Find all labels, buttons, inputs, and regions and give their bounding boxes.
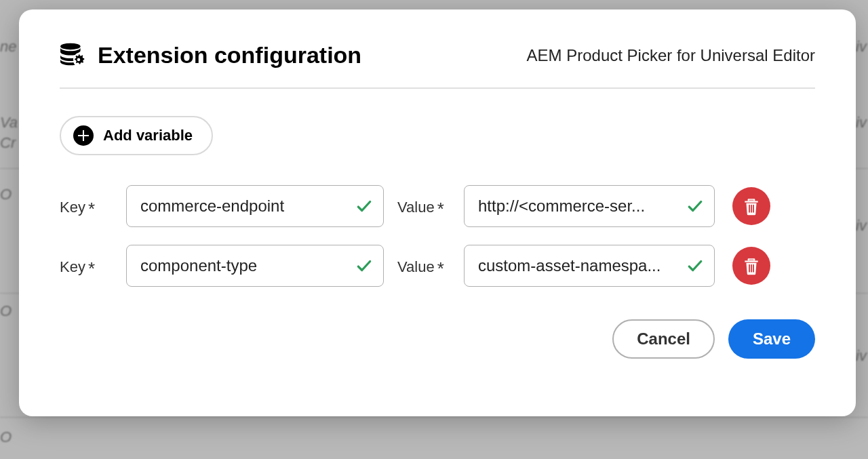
value-label: Value* [397, 196, 450, 217]
delete-row-button[interactable] [732, 187, 770, 225]
svg-rect-6 [751, 264, 752, 273]
extension-config-modal: Extension configuration AEM Product Pick… [19, 9, 856, 416]
value-input[interactable] [464, 185, 715, 227]
database-gear-icon [60, 43, 85, 68]
key-label: Key* [60, 256, 113, 277]
svg-rect-7 [753, 264, 754, 273]
title-wrap: Extension configuration [60, 42, 361, 68]
variable-rows: Key* Value* [60, 185, 815, 287]
value-label: Value* [397, 256, 450, 277]
variable-row: Key* Value* [60, 245, 815, 287]
svg-point-0 [60, 43, 81, 49]
cancel-button[interactable]: Cancel [612, 319, 715, 359]
modal-subtitle: AEM Product Picker for Universal Editor [527, 46, 815, 65]
add-variable-label: Add variable [103, 127, 193, 144]
value-input[interactable] [464, 245, 715, 287]
key-input[interactable] [126, 185, 384, 227]
svg-rect-3 [751, 205, 752, 213]
svg-point-1 [77, 58, 81, 61]
save-button[interactable]: Save [728, 319, 815, 359]
modal-footer: Cancel Save [60, 319, 815, 359]
delete-row-button[interactable] [732, 247, 770, 285]
key-label: Key* [60, 196, 113, 217]
add-variable-button[interactable]: Add variable [60, 116, 213, 155]
svg-rect-2 [749, 205, 750, 213]
modal-header: Extension configuration AEM Product Pick… [60, 42, 815, 89]
key-input[interactable] [126, 245, 384, 287]
svg-rect-5 [749, 264, 750, 273]
svg-rect-4 [753, 205, 754, 213]
modal-title: Extension configuration [98, 42, 361, 68]
trash-icon [743, 197, 760, 216]
trash-icon [743, 256, 760, 275]
variable-row: Key* Value* [60, 185, 815, 227]
plus-circle-icon [73, 125, 94, 146]
